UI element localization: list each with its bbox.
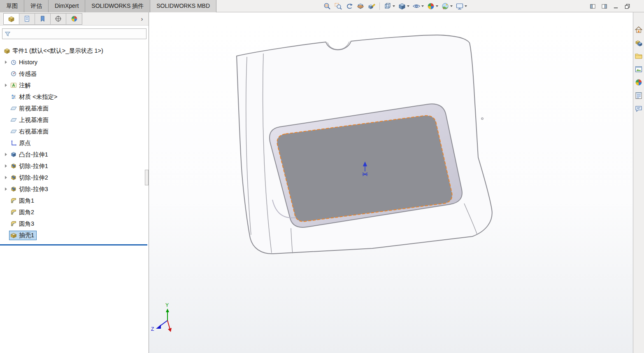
tree-item-shell1[interactable]: 抽壳1 <box>0 229 149 241</box>
tree-item-sensors[interactable]: 传感器 <box>0 68 149 79</box>
collapse-right-pane-button[interactable] <box>601 3 608 10</box>
tab-propertymanager[interactable] <box>19 14 35 24</box>
view-palette-icon <box>635 65 643 73</box>
tree-item-label: 圆角2 <box>19 208 34 216</box>
tree-item-material[interactable]: 材质 <未指定> <box>0 91 149 103</box>
graphics-viewport[interactable]: Y Z <box>149 12 633 353</box>
tree-item-label: 凸台-拉伸1 <box>19 151 48 159</box>
model-detail <box>481 118 483 119</box>
section-view-button[interactable] <box>356 1 365 12</box>
tree-item-cut-extrude2[interactable]: 切除-拉伸2 <box>0 172 149 183</box>
task-pane <box>633 12 644 353</box>
tree-item-label: 切除-拉伸1 <box>19 162 48 170</box>
panel-flyout-arrow[interactable]: › <box>139 15 145 22</box>
tree-item-label: 抽壳1 <box>19 231 34 239</box>
file-explorer-button[interactable] <box>634 51 644 61</box>
tree-item-origin[interactable]: 原点 <box>0 137 149 149</box>
zoom-to-fit-button[interactable] <box>322 1 332 12</box>
tree-item-cut-extrude3[interactable]: 切除-拉伸3 <box>0 183 149 195</box>
feature-tree: 零件1 (默认<<默认>_显示状态 1>) History 传感器 注解 <box>0 39 149 241</box>
tree-item-history[interactable]: History <box>0 56 149 68</box>
display-style-icon <box>398 2 406 10</box>
forum-button[interactable] <box>634 104 644 114</box>
main-area: › 零件1 (默认<<默认>_显示状态 1>) History <box>0 12 644 353</box>
previous-view-icon <box>345 2 353 10</box>
tree-item-label: 前视基准面 <box>19 105 49 112</box>
chevron-down-icon <box>450 5 453 7</box>
expand-arrow-icon[interactable] <box>2 176 9 179</box>
plane-icon <box>10 128 17 135</box>
commandmanager-tabs: 草图 评估 DimXpert SOLIDWORKS 插件 SOLIDWORKS … <box>0 0 216 12</box>
fillet-icon <box>10 209 17 215</box>
dynamic-annotation-views-button[interactable] <box>367 1 377 12</box>
tree-item-top-plane[interactable]: 上视基准面 <box>0 114 149 126</box>
hide-show-items-button[interactable] <box>412 1 425 12</box>
tree-root-part[interactable]: 零件1 (默认<<默认>_显示状态 1>) <box>0 45 149 56</box>
expand-arrow-icon[interactable] <box>2 153 9 156</box>
display-style-button[interactable] <box>397 1 410 12</box>
tree-item-right-plane[interactable]: 右视基准面 <box>0 126 149 137</box>
dimxpertmanager-icon <box>55 15 62 22</box>
tree-item-label: 原点 <box>19 139 31 147</box>
tab-dimxpertmanager[interactable] <box>51 14 66 24</box>
restore-icon <box>624 3 630 9</box>
triad-y-label: Y <box>165 302 169 308</box>
panel-splitter-handle[interactable] <box>145 170 149 185</box>
chevron-down-icon <box>421 5 424 7</box>
origin-icon <box>10 140 17 146</box>
view-orientation-button[interactable] <box>383 1 396 12</box>
filter-input[interactable] <box>12 31 144 37</box>
tree-item-annotations[interactable]: 注解 <box>0 79 149 91</box>
ribbon-tab-evaluate[interactable]: 评估 <box>24 0 49 12</box>
apply-scene-button[interactable] <box>440 1 453 12</box>
tree-item-label: 圆角3 <box>19 220 34 228</box>
configurationmanager-icon <box>39 15 46 22</box>
tab-featuremanager[interactable] <box>4 14 19 24</box>
appearances-button[interactable] <box>634 77 644 87</box>
expand-arrow-icon[interactable] <box>2 84 9 87</box>
ribbon-tab-dimxpert[interactable]: DimXpert <box>49 0 85 12</box>
tree-item-cut-extrude1[interactable]: 切除-拉伸1 <box>0 160 149 172</box>
tree-item-front-plane[interactable]: 前视基准面 <box>0 103 149 114</box>
tab-displaymanager[interactable] <box>66 14 82 24</box>
rollback-bar[interactable] <box>0 244 147 245</box>
featuremanager-panel: › 零件1 (默认<<默认>_显示状态 1>) History <box>0 12 149 353</box>
tree-item-fillet2[interactable]: 圆角2 <box>0 206 149 218</box>
minimize-button[interactable] <box>612 3 619 10</box>
tree-item-boss-extrude1[interactable]: 凸台-拉伸1 <box>0 149 149 160</box>
expand-arrow-icon[interactable] <box>2 187 9 191</box>
chevron-down-icon <box>436 5 438 7</box>
cut-extrude-icon <box>10 174 17 181</box>
triad-z-label: Z <box>151 326 154 332</box>
tree-item-label: History <box>19 59 37 65</box>
edit-appearance-icon <box>427 2 435 10</box>
tree-item-fillet1[interactable]: 圆角1 <box>0 195 149 206</box>
chevron-down-icon <box>393 5 395 7</box>
expand-arrow-icon[interactable] <box>2 61 9 64</box>
zoom-to-area-button[interactable] <box>333 1 343 12</box>
tree-item-label: 切除-拉伸3 <box>19 185 48 193</box>
collapse-left-pane-icon <box>590 3 596 9</box>
collapse-left-pane-button[interactable] <box>589 3 596 10</box>
ribbon-tab-addins[interactable]: SOLIDWORKS 插件 <box>85 0 150 12</box>
solidworks-resources-button[interactable] <box>634 25 644 35</box>
featuremanager-tree-icon <box>8 15 15 22</box>
custom-properties-button[interactable] <box>634 91 644 101</box>
tree-filter <box>2 28 146 39</box>
expand-arrow-icon[interactable] <box>2 164 9 168</box>
tree-item-fillet3[interactable]: 圆角3 <box>0 218 149 229</box>
annotations-icon <box>10 82 17 89</box>
tree-item-label: 切除-拉伸2 <box>19 174 48 182</box>
edit-appearance-button[interactable] <box>426 1 439 12</box>
restore-button[interactable] <box>624 3 631 10</box>
tab-configurationmanager[interactable] <box>35 14 51 24</box>
ribbon-tab-sketch[interactable]: 草图 <box>0 0 24 12</box>
ribbon-tab-mbd[interactable]: SOLIDWORKS MBD <box>150 0 216 12</box>
view-palette-button[interactable] <box>634 64 644 74</box>
view-settings-button[interactable] <box>455 1 468 12</box>
tree-item-label: 材质 <未指定> <box>19 93 57 101</box>
shell-icon <box>10 232 17 238</box>
previous-view-button[interactable] <box>344 1 354 12</box>
design-library-button[interactable] <box>634 38 644 48</box>
section-view-icon <box>356 2 365 10</box>
